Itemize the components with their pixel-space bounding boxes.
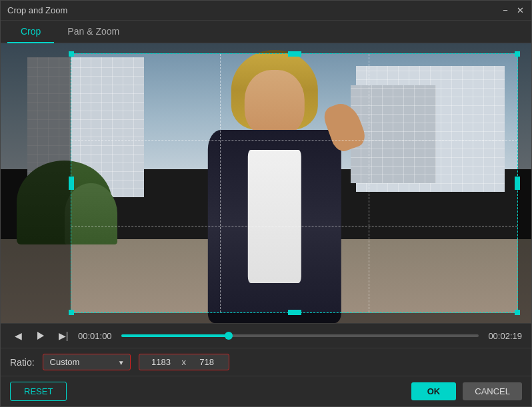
- footer-right: OK CANCEL: [411, 382, 522, 400]
- skip-forward-button[interactable]: ▶|: [55, 328, 71, 344]
- timeline-thumb[interactable]: [225, 332, 233, 340]
- ratio-bar: Ratio: Custom 16:9 4:3 1:1 9:16 Original…: [1, 348, 531, 376]
- play-icon: [37, 332, 44, 340]
- video-preview: [1, 43, 531, 323]
- app-window: Crop and Zoom − ✕ Crop Pan & Zoom: [0, 0, 532, 407]
- minimize-button[interactable]: −: [501, 6, 510, 15]
- ratio-select[interactable]: Custom 16:9 4:3 1:1 9:16 Original: [43, 354, 130, 370]
- reset-button[interactable]: RESET: [10, 382, 67, 401]
- close-button[interactable]: ✕: [515, 6, 525, 15]
- video-scene: [1, 43, 531, 323]
- person-face: [245, 70, 305, 137]
- person-shirt: [248, 150, 301, 283]
- cancel-button[interactable]: CANCEL: [463, 382, 522, 400]
- ratio-label: Ratio:: [10, 357, 35, 368]
- tab-bar: Crop Pan & Zoom: [1, 21, 531, 43]
- trees-left-2: [65, 183, 118, 244]
- dimension-separator: x: [182, 357, 187, 367]
- tab-pan-zoom[interactable]: Pan & Zoom: [54, 21, 133, 43]
- total-time: 00:02:19: [485, 331, 522, 341]
- person-figure: [168, 50, 381, 323]
- skip-back-button[interactable]: ◀: [10, 328, 26, 344]
- ok-button[interactable]: OK: [411, 382, 457, 400]
- timeline-fill: [121, 334, 229, 337]
- titlebar-controls: − ✕: [501, 6, 525, 15]
- tab-crop[interactable]: Crop: [7, 21, 54, 43]
- playback-controls: ◀ ▶| 00:01:00 00:02:19: [1, 323, 531, 348]
- height-input[interactable]: [190, 357, 223, 367]
- dimension-group: x: [139, 354, 230, 370]
- timeline-slider[interactable]: [121, 334, 479, 337]
- ratio-select-wrapper: Custom 16:9 4:3 1:1 9:16 Original ▼: [43, 354, 131, 370]
- titlebar: Crop and Zoom − ✕: [1, 1, 531, 21]
- play-button[interactable]: [33, 328, 49, 344]
- footer-bar: RESET OK CANCEL: [1, 376, 531, 406]
- current-time: 00:01:00: [78, 331, 115, 341]
- width-input[interactable]: [145, 357, 178, 367]
- window-title: Crop and Zoom: [7, 5, 67, 15]
